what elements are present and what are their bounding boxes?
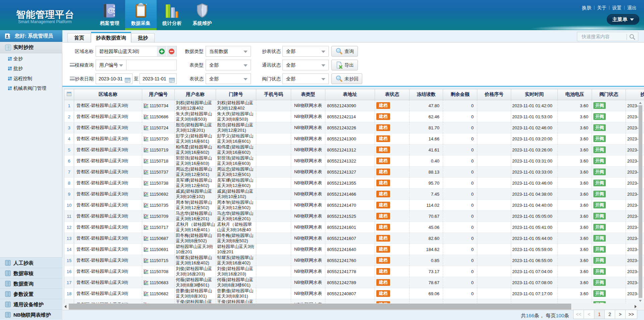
svg-text:@: @ — [107, 6, 114, 14]
